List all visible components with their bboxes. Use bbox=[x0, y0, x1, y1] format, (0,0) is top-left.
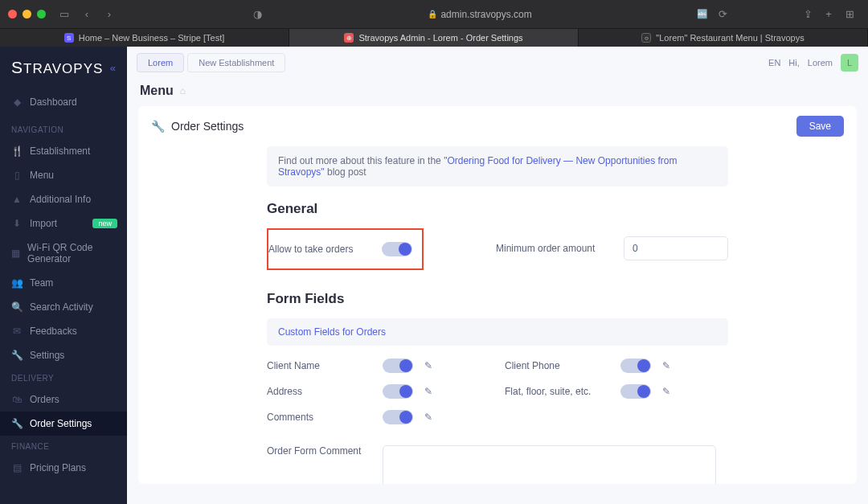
share-icon[interactable]: ⇪ bbox=[797, 4, 818, 25]
logo-first: S bbox=[11, 58, 23, 76]
logo-rest: TRAVOPYS bbox=[23, 61, 103, 76]
nav-label: Import bbox=[30, 218, 57, 229]
mail-icon: ✉ bbox=[11, 326, 23, 337]
flat-toggle[interactable] bbox=[620, 384, 651, 399]
order-comment-textarea[interactable] bbox=[383, 445, 716, 484]
badge-new: new bbox=[92, 219, 117, 228]
page-title: Menu bbox=[140, 84, 174, 98]
new-tab-icon[interactable]: + bbox=[818, 4, 839, 25]
address-label: Address bbox=[267, 386, 371, 397]
address-bar[interactable]: 🔒 admin.stravopys.com bbox=[268, 9, 692, 20]
sidebar-collapse-icon[interactable]: « bbox=[110, 62, 116, 74]
sidebar-item-dashboard[interactable]: ◆ Dashboard bbox=[0, 90, 127, 114]
tabs-overview-icon[interactable]: ⊞ bbox=[839, 4, 860, 25]
sidebar-item-team[interactable]: 👥 Team bbox=[0, 271, 127, 295]
sidebar-item-settings[interactable]: 🔧 Settings bbox=[0, 343, 127, 367]
info-prefix: Find out more about this feature in the bbox=[278, 155, 444, 166]
nav-label: Additional Info bbox=[30, 194, 91, 205]
section-form-fields-title: Form Fields bbox=[267, 291, 728, 307]
dashboard-icon: ◆ bbox=[11, 96, 23, 108]
browser-tab-strip: S Home – New Business – Stripe [Test] ⊕ … bbox=[0, 29, 868, 47]
content-card: 🔧 Order Settings Save Find out more abou… bbox=[138, 106, 857, 484]
translate-icon[interactable]: 🔤 bbox=[692, 4, 713, 25]
import-icon: ⬇ bbox=[11, 218, 23, 229]
edit-icon[interactable]: ✎ bbox=[424, 412, 432, 423]
order-comment-label: Order Form Comment bbox=[267, 445, 371, 457]
tab-label: "Lorem" Restaurant Menu | Stravopys bbox=[656, 33, 804, 43]
address-toggle[interactable] bbox=[383, 384, 413, 399]
sidebar-item-establishment[interactable]: 🍴 Establishment bbox=[0, 139, 127, 163]
establishment-tab-new[interactable]: New Establishment bbox=[187, 53, 285, 72]
qr-icon: ▦ bbox=[11, 248, 20, 259]
allow-orders-toggle[interactable] bbox=[382, 242, 412, 256]
nav-section-title: FINANCE bbox=[0, 436, 127, 456]
sidebar-item-search-activity[interactable]: 🔍 Search Activity bbox=[0, 295, 127, 319]
sidebar-item-import[interactable]: ⬇ Import new bbox=[0, 211, 127, 236]
nav-label: Settings bbox=[30, 350, 64, 361]
sidebar-toggle-icon[interactable]: ▭ bbox=[54, 4, 75, 25]
shield-icon[interactable]: ◑ bbox=[247, 4, 268, 25]
close-window[interactable] bbox=[8, 10, 17, 18]
search-icon: 🔍 bbox=[11, 301, 23, 313]
browser-toolbar: ▭ ‹ › ◑ 🔒 admin.stravopys.com 🔤 ⟳ ⇪ + ⊞ bbox=[0, 0, 868, 29]
team-icon: 👥 bbox=[11, 277, 23, 289]
app-logo: STRAVOPYS bbox=[11, 58, 103, 77]
reload-icon[interactable]: ⟳ bbox=[713, 4, 734, 25]
book-icon: ▯ bbox=[11, 170, 23, 181]
nav-label: Wi-Fi QR Code Generator bbox=[27, 242, 116, 264]
sidebar-item-pricing[interactable]: ▤ Pricing Plans bbox=[0, 456, 127, 480]
custom-fields-link[interactable]: Custom Fields for Orders bbox=[278, 326, 386, 338]
back-button[interactable]: ‹ bbox=[76, 4, 97, 25]
nav-label: Team bbox=[30, 277, 53, 289]
min-amount-input[interactable] bbox=[624, 236, 728, 260]
card-title: Order Settings bbox=[171, 120, 244, 133]
favicon-stripe: S bbox=[64, 33, 74, 43]
nav-section-title: NAVIGATION bbox=[0, 119, 127, 139]
tab-label: Stravopys Admin - Lorem - Order Settings bbox=[358, 33, 522, 43]
edit-icon[interactable]: ✎ bbox=[424, 386, 432, 397]
window-controls bbox=[8, 10, 54, 18]
nav-label: Search Activity bbox=[30, 301, 93, 313]
edit-icon[interactable]: ✎ bbox=[662, 360, 670, 371]
basket-icon: 🛍 bbox=[11, 394, 23, 405]
sidebar-item-feedbacks[interactable]: ✉ Feedbacks bbox=[0, 319, 127, 343]
nav-label: Order Settings bbox=[30, 418, 92, 429]
nav-label: Menu bbox=[30, 170, 54, 181]
sidebar-item-qr[interactable]: ▦ Wi-Fi QR Code Generator bbox=[0, 236, 127, 271]
client-name-toggle[interactable] bbox=[383, 359, 413, 373]
edit-icon[interactable]: ✎ bbox=[662, 386, 670, 397]
nav-label: Pricing Plans bbox=[30, 462, 86, 473]
sidebar-item-menu[interactable]: ▯ Menu bbox=[0, 163, 127, 187]
language-selector[interactable]: EN bbox=[768, 58, 780, 68]
browser-tab-restaurant[interactable]: ○ "Lorem" Restaurant Menu | Stravopys bbox=[579, 29, 868, 47]
wrench-icon: 🔧 bbox=[151, 120, 165, 133]
main-content: Lorem New Establishment EN Hi, Lorem L M… bbox=[127, 47, 868, 504]
nav-section-title: DELIVERY bbox=[0, 367, 127, 387]
favicon-restaurant: ○ bbox=[641, 33, 651, 43]
minimize-window[interactable] bbox=[23, 10, 31, 18]
tab-label: Home – New Business – Stripe [Test] bbox=[79, 33, 225, 43]
forward-button[interactable]: › bbox=[99, 4, 120, 25]
comments-toggle[interactable] bbox=[383, 410, 413, 424]
browser-tab-admin[interactable]: ⊕ Stravopys Admin - Lorem - Order Settin… bbox=[289, 29, 579, 47]
nav-label: Dashboard bbox=[30, 96, 77, 108]
sidebar-item-order-settings[interactable]: 🔧 Order Settings bbox=[0, 412, 127, 436]
save-button[interactable]: Save bbox=[796, 116, 844, 137]
edit-icon[interactable]: ✎ bbox=[424, 360, 432, 371]
sidebar-item-orders[interactable]: 🛍 Orders bbox=[0, 387, 127, 412]
browser-tab-stripe[interactable]: S Home – New Business – Stripe [Test] bbox=[0, 29, 289, 47]
establishment-tab-lorem[interactable]: Lorem bbox=[137, 53, 184, 72]
maximize-window[interactable] bbox=[37, 10, 46, 18]
app-topbar: Lorem New Establishment EN Hi, Lorem L bbox=[127, 47, 868, 79]
pricing-icon: ▤ bbox=[11, 462, 23, 473]
wrench-icon: 🔧 bbox=[11, 418, 23, 429]
info-suffix: blog post bbox=[325, 166, 366, 178]
highlighted-allow-orders: Allow to take orders bbox=[267, 228, 424, 270]
home-icon[interactable]: ⌂ bbox=[180, 85, 186, 96]
client-phone-toggle[interactable] bbox=[620, 359, 651, 373]
user-avatar[interactable]: L bbox=[841, 54, 858, 72]
sidebar-item-additional-info[interactable]: ▲ Additional Info bbox=[0, 187, 127, 211]
info-callout: Find out more about this feature in the … bbox=[267, 146, 728, 186]
section-general-title: General bbox=[267, 201, 728, 217]
user-name[interactable]: Lorem bbox=[808, 58, 833, 68]
